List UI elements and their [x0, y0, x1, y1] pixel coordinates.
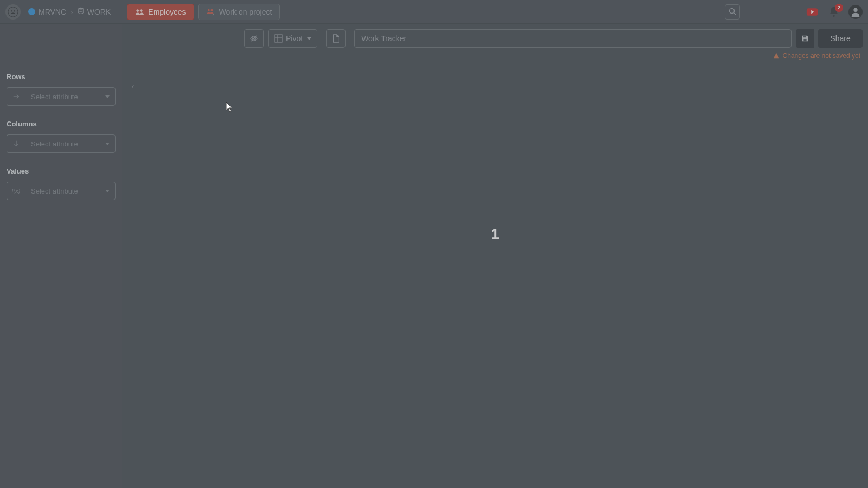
values-section: Values f(x) Select attribute [7, 167, 116, 200]
view-mode-button[interactable]: Pivot [268, 29, 317, 48]
fx-icon: f(x) [12, 188, 21, 194]
tab-work-on-project[interactable]: Work on project [198, 4, 280, 20]
share-button[interactable]: Share [818, 29, 863, 48]
unsaved-warning: Changes are not saved yet [122, 50, 868, 62]
report-name-value: Work Tracker [361, 34, 406, 43]
svg-point-14 [853, 8, 857, 11]
columns-direction-icon-box[interactable] [7, 134, 25, 153]
rows-placeholder: Select attribute [31, 93, 78, 101]
svg-point-1 [11, 10, 12, 11]
video-button[interactable] [805, 5, 819, 19]
arrow-down-icon [12, 140, 20, 147]
document-icon [331, 34, 340, 43]
chevron-right-icon: › [71, 8, 73, 16]
columns-section: Columns Select attribute [7, 120, 116, 153]
svg-point-9 [729, 9, 734, 14]
svg-point-2 [14, 10, 15, 11]
sidebar-collapse-handle[interactable]: ‹ [127, 78, 138, 94]
search-icon [729, 8, 737, 16]
tab-work-on-project-label: Work on project [219, 8, 272, 16]
user-avatar[interactable] [848, 5, 863, 19]
rows-direction-icon-box[interactable] [7, 87, 25, 106]
chevron-down-icon [105, 95, 110, 98]
unsaved-warning-text: Changes are not saved yet [783, 52, 860, 60]
svg-point-8 [210, 9, 213, 11]
visibility-toggle-button[interactable] [244, 29, 264, 48]
notifications-button[interactable]: 2 [827, 5, 841, 19]
columns-title: Columns [7, 120, 116, 128]
svg-point-5 [137, 9, 139, 12]
save-button[interactable] [796, 29, 814, 48]
app-logo[interactable] [5, 4, 21, 20]
tab-employees-label: Employees [148, 8, 186, 16]
values-fn-icon-box[interactable]: f(x) [7, 182, 25, 200]
chevron-down-icon [105, 143, 110, 145]
svg-point-13 [833, 15, 835, 17]
breadcrumb-org-label: MRVNC [39, 8, 66, 16]
toolbar: Pivot Work Tracker Share [244, 24, 868, 50]
rows-select[interactable]: Select attribute [25, 87, 116, 106]
work-icon [206, 8, 215, 16]
result-value: 1 [491, 226, 500, 243]
search-button[interactable] [725, 4, 740, 20]
report-name-input[interactable]: Work Tracker [354, 29, 792, 48]
breadcrumb-org[interactable]: MRVNC [28, 8, 66, 16]
tabs: Employees Work on project [127, 4, 280, 20]
eye-off-icon [250, 34, 258, 43]
video-icon [806, 6, 818, 18]
breadcrumb-project[interactable]: WORK [78, 7, 111, 16]
breadcrumb: MRVNC › WORK [28, 7, 111, 16]
chevron-left-icon: ‹ [132, 82, 135, 91]
svg-point-6 [140, 9, 143, 12]
topbar: MRVNC › WORK Employees Work on project 2 [0, 0, 868, 24]
view-mode-label: Pivot [286, 34, 303, 43]
database-icon [78, 7, 84, 16]
rows-title: Rows [7, 73, 116, 81]
breadcrumb-project-label: WORK [87, 8, 111, 16]
svg-point-3 [78, 8, 83, 10]
doc-type-button[interactable] [326, 29, 346, 48]
content-area: Pivot Work Tracker Share Changes are not… [122, 24, 868, 488]
share-label: Share [830, 34, 850, 43]
values-placeholder: Select attribute [31, 187, 78, 195]
sidebar: Rows Select attribute Columns Select att… [0, 24, 122, 488]
values-title: Values [7, 167, 116, 175]
values-select[interactable]: Select attribute [25, 182, 116, 200]
employees-icon [135, 8, 144, 16]
save-icon [801, 35, 809, 42]
svg-line-10 [733, 13, 736, 15]
columns-select[interactable]: Select attribute [25, 134, 116, 153]
svg-rect-22 [803, 36, 806, 38]
notifications-badge: 2 [835, 4, 843, 12]
chevron-down-icon [307, 37, 311, 40]
tab-employees[interactable]: Employees [127, 4, 194, 20]
svg-point-4 [78, 12, 83, 14]
pivot-icon [274, 34, 283, 43]
chevron-down-icon [105, 190, 110, 192]
topbar-right-icons: 2 [805, 5, 863, 19]
svg-point-7 [207, 9, 209, 11]
svg-point-0 [8, 7, 18, 16]
columns-placeholder: Select attribute [31, 140, 78, 148]
rows-section: Rows Select attribute [7, 73, 116, 106]
user-icon [850, 6, 861, 18]
svg-rect-19 [275, 35, 282, 42]
warning-icon [773, 53, 780, 59]
svg-rect-23 [803, 39, 806, 41]
globe-icon [28, 8, 35, 15]
arrow-right-icon [12, 93, 20, 100]
